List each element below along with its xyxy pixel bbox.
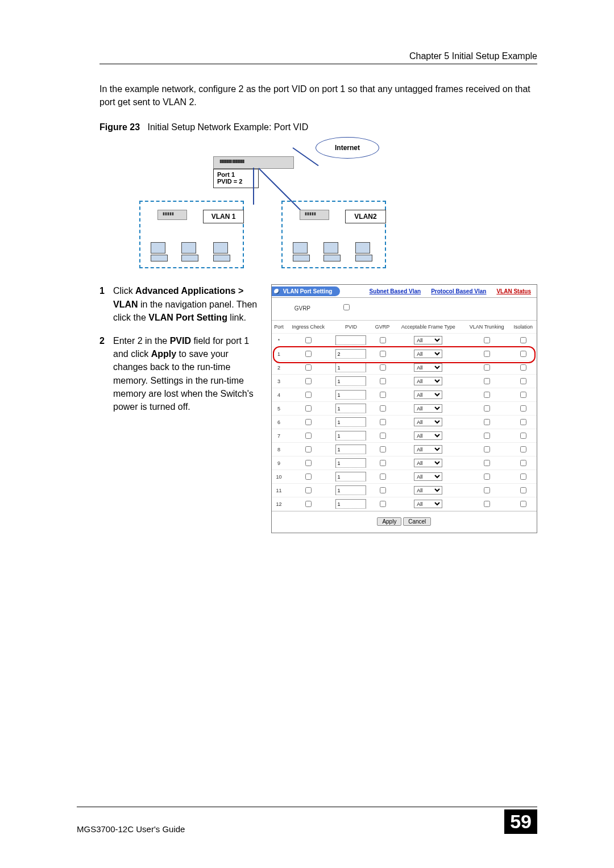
switch-icon [213,156,294,169]
ingress-checkbox[interactable] [305,351,312,357]
pvid-input[interactable] [335,335,366,345]
trunk-checkbox[interactable] [484,419,490,425]
isolation-checkbox[interactable] [520,487,526,493]
link-vlan-status[interactable]: VLAN Status [496,288,531,294]
isolation-checkbox[interactable] [520,351,526,357]
aft-select[interactable]: All [414,391,442,399]
aft-select[interactable]: All [414,404,442,413]
isolation-checkbox[interactable] [520,378,526,384]
pvid-input[interactable] [335,390,366,400]
step-1: 1 Click Advanced Applications > VLAN in … [99,284,263,324]
gvrp-checkbox[interactable] [380,364,386,371]
gvrp-checkbox[interactable] [380,419,386,425]
aft-select[interactable]: All [414,445,442,454]
ingress-checkbox[interactable] [305,460,312,466]
pvid-input[interactable] [335,472,366,481]
tab-vlan-port-setting[interactable]: VLAN Port Setting [272,286,341,296]
aft-select[interactable]: All [414,336,442,344]
gvrp-checkbox[interactable] [380,405,386,412]
pvid-input[interactable] [335,445,366,454]
trunk-checkbox[interactable] [484,460,490,466]
trunk-checkbox[interactable] [484,474,490,480]
trunk-checkbox[interactable] [484,433,490,439]
trunk-checkbox[interactable] [484,337,490,343]
trunk-checkbox[interactable] [484,501,490,507]
trunk-checkbox[interactable] [484,392,490,398]
port-star: * [272,334,287,347]
ingress-checkbox[interactable] [305,474,312,480]
col-pvid: PVID [330,321,372,334]
gvrp-checkbox[interactable] [380,487,386,493]
isolation-checkbox[interactable] [520,501,526,507]
aft-select[interactable]: All [414,431,442,440]
ingress-checkbox[interactable] [305,419,312,425]
gvrp-checkbox[interactable] [380,501,386,507]
mini-switch-icon [157,210,187,220]
gvrp-checkbox[interactable] [380,378,386,384]
gvrp-checkbox[interactable] [380,446,386,452]
link-protocol-based-vlan[interactable]: Protocol Based Vlan [431,288,486,294]
isolation-checkbox[interactable] [520,364,526,371]
isolation-checkbox[interactable] [520,392,526,398]
isolation-checkbox[interactable] [520,446,526,452]
port-number: 12 [272,497,287,511]
ingress-checkbox[interactable] [305,392,312,398]
pvid-input[interactable] [335,499,366,509]
gvrp-checkbox[interactable] [380,460,386,466]
pvid-input[interactable] [335,458,366,468]
port-pvid-label: Port 1 PVID = 2 [213,169,259,188]
isolation-checkbox[interactable] [520,419,526,425]
aft-select[interactable]: All [414,363,442,372]
pvid-input[interactable] [335,431,366,441]
isolation-checkbox[interactable] [520,474,526,480]
ingress-checkbox[interactable] [305,337,312,343]
pvid-input[interactable] [335,363,366,372]
gvrp-checkbox[interactable] [380,392,386,398]
aft-select[interactable]: All [414,350,442,358]
aft-select[interactable]: All [414,472,442,481]
pvid-input[interactable] [335,417,366,427]
port-number: 5 [272,402,287,416]
trunk-checkbox[interactable] [484,364,490,371]
ingress-checkbox[interactable] [305,405,312,412]
pvid-input[interactable] [335,404,366,413]
aft-select[interactable]: All [414,418,442,426]
pvid-input[interactable] [335,485,366,495]
link-subnet-based-vlan[interactable]: Subnet Based Vlan [370,288,421,294]
ingress-checkbox[interactable] [305,433,312,439]
gvrp-checkbox[interactable] [380,474,386,480]
trunk-checkbox[interactable] [484,446,490,452]
aft-select[interactable]: All [414,459,442,467]
gvrp-checkbox[interactable] [380,433,386,439]
page-footer: MGS3700-12C User's Guide 59 [77,807,537,834]
ingress-checkbox[interactable] [305,378,312,384]
gvrp-global-row: GVRP [272,298,537,321]
trunk-checkbox[interactable] [484,487,490,493]
isolation-checkbox[interactable] [520,337,526,343]
ingress-checkbox[interactable] [305,487,312,493]
trunk-checkbox[interactable] [484,378,490,384]
port-number: 7 [272,429,287,443]
ingress-checkbox[interactable] [305,501,312,507]
col-aft: Acceptable Frame Type [393,321,463,334]
isolation-checkbox[interactable] [520,460,526,466]
aft-select[interactable]: All [414,486,442,495]
gvrp-checkbox[interactable] [380,337,386,343]
isolation-checkbox[interactable] [520,405,526,412]
trunk-checkbox[interactable] [484,351,490,357]
table-row: 7All [272,429,537,443]
aft-select[interactable]: All [414,377,442,385]
pvid-input[interactable] [335,376,366,386]
gvrp-global-checkbox[interactable] [343,304,350,310]
chapter-header: Chapter 5 Initial Setup Example [99,51,537,61]
apply-button[interactable]: Apply [377,517,401,526]
pvid-input[interactable] [335,349,366,359]
isolation-checkbox[interactable] [520,433,526,439]
cancel-button[interactable]: Cancel [403,517,431,526]
ingress-checkbox[interactable] [305,364,312,371]
ingress-checkbox[interactable] [305,446,312,452]
aft-select[interactable]: All [414,500,442,508]
gvrp-checkbox[interactable] [380,351,386,357]
trunk-checkbox[interactable] [484,405,490,412]
internet-cloud: Internet [316,137,379,159]
